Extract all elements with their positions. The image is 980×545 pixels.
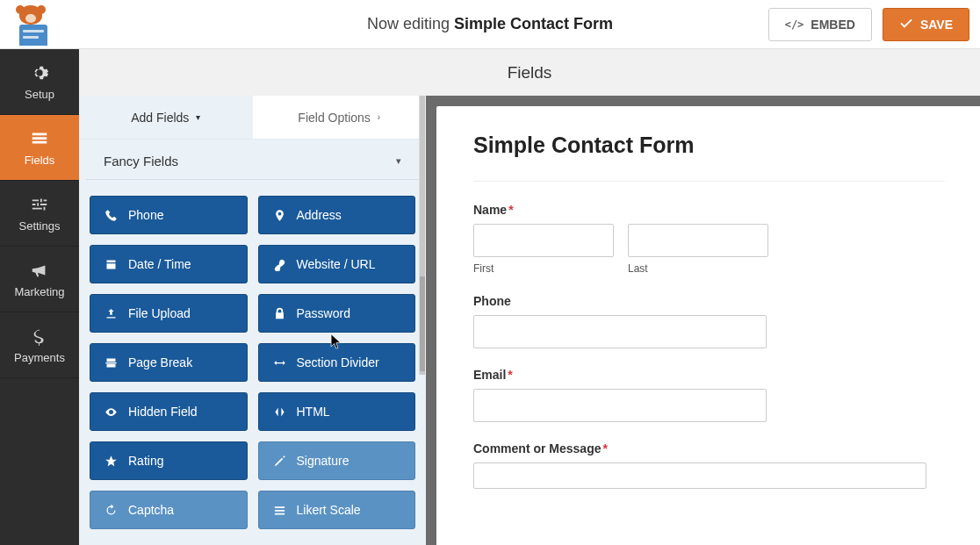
field-palette: Add Fields ▾ Field Options › Fancy Field… [79, 96, 426, 545]
group-fancy-fields[interactable]: Fancy Fields ▾ [86, 140, 419, 180]
embed-button[interactable]: </> EMBED [768, 8, 872, 41]
nav-fields-label: Fields [25, 154, 55, 167]
calendar-icon [104, 258, 118, 271]
field-phone[interactable]: Phone [90, 196, 248, 234]
field-pagebreak-label: Page Break [128, 355, 192, 369]
field-sectiondivider-label: Section Divider [297, 355, 379, 369]
nav-payments-label: Payments [14, 351, 65, 364]
first-sublabel: First [473, 262, 614, 275]
phone-icon [104, 209, 118, 222]
field-address[interactable]: Address [258, 196, 416, 234]
scrollbar-thumb[interactable] [420, 276, 425, 371]
tab-options-label: Field Options [298, 111, 370, 125]
sliders-icon [30, 195, 49, 214]
first-name-input[interactable] [473, 224, 614, 257]
tab-field-options[interactable]: Field Options › [253, 96, 427, 139]
form-preview: Simple Contact Form Name* First Last [426, 96, 980, 545]
field-password[interactable]: Password [258, 294, 416, 333]
divider [473, 181, 945, 182]
bullhorn-icon [30, 261, 49, 280]
eye-slash-icon [104, 405, 118, 419]
code-icon [273, 405, 286, 419]
map-pin-icon [273, 209, 286, 222]
refresh-icon [104, 504, 118, 517]
field-html[interactable]: HTML [258, 392, 416, 431]
preview-page[interactable]: Simple Contact Form Name* First Last [436, 106, 980, 545]
nav-setup[interactable]: Setup [0, 49, 79, 115]
app-logo [11, 5, 51, 46]
field-rating-label: Rating [128, 454, 163, 468]
field-website[interactable]: Website / URL [258, 245, 416, 283]
tab-add-label: Add Fields [131, 111, 189, 125]
link-icon [273, 258, 286, 271]
field-email-preview[interactable]: Email* [473, 368, 945, 422]
email-label: Email* [473, 368, 945, 382]
panel-title: Fields [508, 63, 552, 82]
field-signature[interactable]: Signature [258, 441, 416, 480]
field-phone-label: Phone [128, 208, 163, 222]
preview-title: Simple Contact Form [473, 133, 945, 158]
field-hidden[interactable]: Hidden Field [90, 392, 248, 431]
nav-setup-label: Setup [25, 88, 54, 101]
top-bar: Now editing Simple Contact Form </> EMBE… [0, 0, 980, 49]
field-captcha[interactable]: Captcha [90, 491, 248, 529]
save-button[interactable]: SAVE [883, 8, 969, 41]
field-rating[interactable]: Rating [90, 441, 248, 480]
phone-input[interactable] [473, 315, 767, 348]
field-sectiondivider[interactable]: Section Divider [258, 343, 416, 382]
field-comment-preview[interactable]: Comment or Message* [473, 441, 945, 489]
email-input[interactable] [473, 389, 767, 422]
field-hidden-label: Hidden Field [128, 405, 198, 419]
nav-settings-label: Settings [19, 219, 61, 233]
field-website-label: Website / URL [297, 257, 376, 271]
pagebreak-icon [104, 356, 118, 369]
last-name-input[interactable] [628, 224, 768, 257]
field-fileupload-label: File Upload [128, 306, 191, 320]
field-datetime-label: Date / Time [128, 257, 191, 271]
page-title: Now editing Simple Contact Form [367, 15, 613, 33]
dollar-icon [30, 326, 49, 346]
field-html-label: HTML [297, 405, 330, 419]
field-phone-preview[interactable]: Phone [473, 294, 945, 348]
field-signature-label: Signature [297, 454, 349, 468]
nav-fields[interactable]: Fields [0, 115, 79, 181]
chevron-down-icon: ▾ [396, 155, 401, 167]
nav-marketing[interactable]: Marketing [0, 247, 79, 312]
embed-label: EMBED [811, 18, 855, 32]
nav-payments[interactable]: Payments [0, 312, 79, 378]
arrows-h-icon [273, 356, 286, 369]
nav-settings[interactable]: Settings [0, 181, 79, 247]
pencil-icon [273, 455, 286, 468]
list-icon [30, 129, 49, 148]
nav-marketing-label: Marketing [14, 285, 64, 298]
field-password-label: Password [297, 306, 350, 320]
field-likert[interactable]: Likert Scale [258, 491, 416, 529]
field-likert-label: Likert Scale [297, 503, 361, 517]
editing-prefix: Now editing [367, 15, 454, 32]
chevron-right-icon: › [378, 112, 380, 122]
tab-add-fields[interactable]: Add Fields ▾ [79, 96, 253, 139]
star-icon [104, 455, 118, 468]
comment-label: Comment or Message* [473, 441, 945, 455]
last-sublabel: Last [628, 262, 768, 275]
panel-header: Fields [79, 49, 980, 96]
upload-icon [104, 307, 118, 320]
lock-icon [273, 307, 286, 320]
check-icon [899, 17, 913, 33]
code-icon: </> [785, 18, 804, 31]
name-label: Name* [473, 203, 945, 217]
save-label: SAVE [920, 18, 953, 32]
group-title: Fancy Fields [104, 154, 178, 169]
grid-icon [273, 504, 286, 517]
comment-textarea[interactable] [473, 463, 926, 489]
chevron-down-icon: ▾ [196, 112, 200, 122]
field-fileupload[interactable]: File Upload [90, 294, 248, 333]
form-name: Simple Contact Form [454, 15, 613, 32]
field-name[interactable]: Name* First Last [473, 203, 945, 275]
gear-icon [30, 63, 49, 82]
side-nav: Setup Fields Settings Marketing Payments [0, 49, 79, 545]
field-captcha-label: Captcha [128, 503, 174, 517]
field-datetime[interactable]: Date / Time [90, 245, 248, 283]
field-pagebreak[interactable]: Page Break [90, 343, 248, 382]
phone-label: Phone [473, 294, 945, 308]
